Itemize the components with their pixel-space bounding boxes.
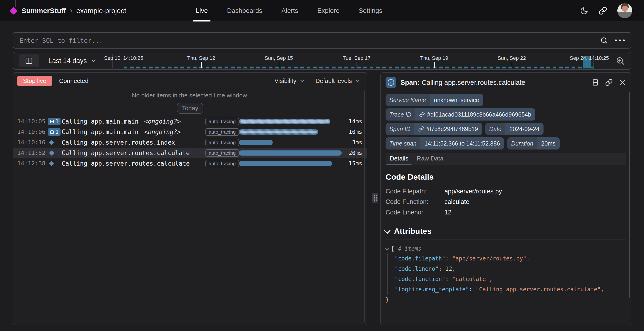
json-entry: "code.function": "calculate",: [395, 274, 626, 284]
more-options-icon[interactable]: [615, 40, 625, 41]
scrollbar[interactable]: [364, 91, 365, 322]
trace-row-selected[interactable]: 14:11:52 Calling app.server.routes.calcu…: [13, 148, 367, 158]
children-count-badge-icon: 1: [48, 118, 60, 125]
span-duration-bar: [239, 119, 330, 124]
tab-dashboards[interactable]: Dashboards: [227, 0, 262, 22]
org-logo-icon[interactable]: [10, 7, 18, 15]
org-name[interactable]: SummerStuff: [22, 7, 66, 15]
timeline-tick: [434, 62, 435, 68]
span-diamond-icon: [49, 150, 54, 156]
panel-resize-handle[interactable]: [372, 193, 378, 203]
row-timestamp: 14:10:05: [17, 116, 45, 126]
json-close-brace: }: [386, 294, 626, 305]
tab-live[interactable]: Live: [196, 0, 208, 22]
nav-tabs: Live Dashboards Alerts Explore Settings: [196, 0, 382, 22]
code-function-row: Code Function: calculate: [386, 197, 626, 207]
trace-list: 14:10:05 1 Calling app.main.main <ongoin…: [13, 116, 367, 169]
span-link-icon[interactable]: [418, 126, 424, 132]
chevron-down-icon: [90, 58, 97, 64]
row-timestamp: 14:10:16: [17, 137, 45, 148]
row-duration: 15ms: [349, 158, 362, 169]
service-name-pill: Service Name unknown_service: [386, 94, 483, 106]
attributes-section-toggle[interactable]: Attributes: [386, 226, 626, 236]
row-ongoing-suffix: <ongoing?>: [144, 116, 181, 126]
span-diamond-icon: [49, 140, 54, 145]
time-range-bar: Last 14 days Sep 10, 14:10:25 Thu, Sep 1…: [13, 52, 632, 70]
trace-row[interactable]: 14:10:16 Calling app.server.routes.index…: [13, 137, 367, 148]
default-levels-dropdown[interactable]: Default levels: [316, 77, 361, 84]
tab-explore[interactable]: Explore: [317, 0, 340, 22]
timeline-tick-label: Thu, Sep 19: [420, 55, 448, 61]
timeline-tick-label: Tue, Sep 17: [342, 55, 370, 61]
row-duration: 14ms: [349, 116, 362, 126]
project-name[interactable]: example-project: [76, 7, 126, 15]
timeline-tick: [201, 62, 202, 68]
row-message: Calling app.server.routes.index: [62, 137, 175, 148]
scrollbar[interactable]: [629, 92, 630, 298]
empty-window-message: No older items in the selected time wind…: [132, 92, 248, 99]
span-duration-bar: [239, 130, 318, 134]
trace-row[interactable]: 14:10:05 1 Calling app.main.main <ongoin…: [13, 116, 367, 127]
close-icon[interactable]: [619, 79, 626, 86]
visibility-dropdown[interactable]: Visibility: [274, 77, 305, 84]
json-entry: "code.filepath": "app/server/routes.py",: [395, 254, 626, 264]
trace-row[interactable]: 14:10:06 1 Calling app.main.main <ongoin…: [13, 127, 367, 137]
code-lineno-row: Code Lineno: 12: [386, 207, 626, 218]
code-filepath-row: Code Filepath: app/server/routes.py: [386, 186, 626, 197]
json-collapse-icon[interactable]: [385, 247, 389, 251]
row-message: Calling app.main.main: [62, 127, 138, 137]
timeline-tick: [279, 62, 279, 68]
span-detail-panel: Span:Calling app.server.routes.calculate: [380, 72, 632, 325]
json-items-count: 4 items: [398, 244, 421, 254]
stop-live-button[interactable]: Stop live: [17, 76, 52, 86]
span-id-pill: Span ID #f7c8e294f7489b19: [386, 123, 482, 135]
span-detail-header: Span:Calling app.server.routes.calculate: [386, 76, 626, 89]
trace-link-icon[interactable]: [419, 112, 425, 117]
row-tag: auto_tracing: [206, 160, 239, 167]
live-view-panel: Stop live Connected Visibility Default l…: [13, 72, 367, 325]
json-entry: "logfire.msg_template": "Calling app.ser…: [395, 284, 626, 294]
zoom-in-icon[interactable]: [616, 56, 625, 66]
date-pill: Date 2024-09-24: [485, 123, 544, 135]
sidebar-toggle-icon[interactable]: [19, 54, 39, 67]
divider: [386, 239, 626, 240]
row-duration: 3ms: [352, 137, 362, 148]
row-ongoing-suffix: <ongoing?>: [144, 127, 181, 137]
tab-alerts[interactable]: Alerts: [281, 0, 298, 22]
logfire-app: SummerStuff › example-project Live Dashb…: [0, 0, 644, 331]
chevron-down-icon: [355, 78, 361, 84]
timeline-tick: [124, 62, 124, 68]
time-range-dropdown[interactable]: Last 14 days: [48, 52, 97, 69]
span-duration-bar: [239, 150, 342, 156]
tab-details[interactable]: Details: [386, 155, 412, 165]
row-tag: auto_tracing: [206, 139, 239, 146]
timeline-tick-label: Sep 24, 14:10:25: [570, 55, 609, 61]
attributes-json-viewer: { 4 items "code.filepath": "app/server/r…: [386, 244, 626, 305]
copy-link-icon[interactable]: [605, 79, 613, 86]
search-icon[interactable]: [600, 36, 608, 44]
detail-tabs: Details Raw Data: [386, 153, 626, 166]
trace-row[interactable]: 14:12:38 Calling app.server.routes.calcu…: [13, 158, 367, 169]
sql-filter-input[interactable]: [13, 33, 600, 48]
tab-raw-data[interactable]: Raw Data: [413, 155, 446, 165]
user-avatar[interactable]: [617, 3, 632, 18]
row-message: Calling app.server.routes.calculate: [62, 148, 190, 158]
row-tag: auto_tracing: [206, 149, 239, 157]
span-title: Span:Calling app.server.routes.calculate: [400, 79, 525, 86]
row-tag: auto_tracing: [206, 118, 239, 125]
time-span-pill: Time span 14:11:52.366 to 14:11:52.386: [386, 137, 504, 150]
grip-dots-icon: [374, 195, 377, 201]
tab-settings[interactable]: Settings: [359, 0, 382, 22]
breadcrumb-chevron-icon: ›: [70, 5, 73, 15]
code-details-list: Code Filepath: app/server/routes.py Code…: [386, 186, 626, 218]
timeline-tick-label: Sep 10, 14:10:25: [104, 55, 143, 61]
timeline-tick-label: Sun, Sep 22: [498, 55, 526, 61]
timeline-tick: [356, 62, 357, 68]
span-kind-label: Span:: [400, 79, 420, 86]
today-button[interactable]: Today: [177, 103, 203, 114]
split-view-icon[interactable]: [592, 79, 599, 86]
chevron-down-icon: [299, 78, 305, 84]
timeline-tick-label: Thu, Sep 12: [187, 55, 215, 61]
share-link-icon[interactable]: [599, 6, 607, 15]
dark-mode-moon-icon[interactable]: [580, 6, 588, 15]
